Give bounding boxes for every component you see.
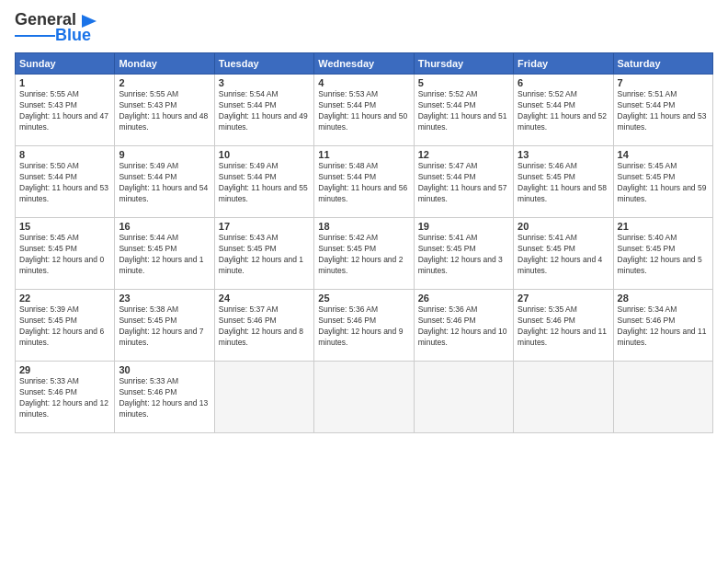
logo: General Blue xyxy=(15,11,97,45)
week-row-4: 22Sunrise: 5:39 AMSunset: 5:45 PMDayligh… xyxy=(16,290,713,362)
col-header-sunday: Sunday xyxy=(16,53,115,75)
calendar-cell: 1Sunrise: 5:55 AMSunset: 5:43 PMDaylight… xyxy=(16,75,115,146)
calendar-cell: 28Sunrise: 5:34 AMSunset: 5:46 PMDayligh… xyxy=(613,290,712,362)
col-header-wednesday: Wednesday xyxy=(314,53,414,75)
calendar-cell: 30Sunrise: 5:33 AMSunset: 5:46 PMDayligh… xyxy=(115,362,214,433)
calendar-cell: 29Sunrise: 5:33 AMSunset: 5:46 PMDayligh… xyxy=(16,362,115,433)
calendar-cell: 16Sunrise: 5:44 AMSunset: 5:45 PMDayligh… xyxy=(115,218,214,290)
col-header-saturday: Saturday xyxy=(613,53,712,75)
page: General Blue SundayMondayTuesdayWednesda… xyxy=(0,0,728,563)
calendar-cell: 4Sunrise: 5:53 AMSunset: 5:44 PMDaylight… xyxy=(314,75,414,146)
calendar-cell: 12Sunrise: 5:47 AMSunset: 5:44 PMDayligh… xyxy=(414,146,513,218)
calendar-cell: 13Sunrise: 5:46 AMSunset: 5:45 PMDayligh… xyxy=(514,146,613,218)
calendar-table: SundayMondayTuesdayWednesdayThursdayFrid… xyxy=(15,52,713,433)
calendar-cell: 24Sunrise: 5:37 AMSunset: 5:46 PMDayligh… xyxy=(214,290,313,362)
col-header-friday: Friday xyxy=(514,53,613,75)
calendar-cell: 22Sunrise: 5:39 AMSunset: 5:45 PMDayligh… xyxy=(16,290,115,362)
calendar-cell: 18Sunrise: 5:42 AMSunset: 5:45 PMDayligh… xyxy=(314,218,414,290)
calendar-cell: 21Sunrise: 5:40 AMSunset: 5:45 PMDayligh… xyxy=(613,218,712,290)
calendar-cell: 20Sunrise: 5:41 AMSunset: 5:45 PMDayligh… xyxy=(514,218,613,290)
calendar-cell: 15Sunrise: 5:45 AMSunset: 5:45 PMDayligh… xyxy=(16,218,115,290)
week-row-2: 8Sunrise: 5:50 AMSunset: 5:44 PMDaylight… xyxy=(16,146,713,218)
calendar-cell: 19Sunrise: 5:41 AMSunset: 5:45 PMDayligh… xyxy=(414,218,513,290)
col-header-monday: Monday xyxy=(115,53,214,75)
calendar-cell: 26Sunrise: 5:36 AMSunset: 5:46 PMDayligh… xyxy=(414,290,513,362)
col-header-tuesday: Tuesday xyxy=(214,53,313,75)
calendar-cell: 2Sunrise: 5:55 AMSunset: 5:43 PMDaylight… xyxy=(115,75,214,146)
calendar-cell: 9Sunrise: 5:49 AMSunset: 5:44 PMDaylight… xyxy=(115,146,214,218)
header-row: SundayMondayTuesdayWednesdayThursdayFrid… xyxy=(16,53,713,75)
calendar-cell: 23Sunrise: 5:38 AMSunset: 5:45 PMDayligh… xyxy=(115,290,214,362)
calendar-cell: 11Sunrise: 5:48 AMSunset: 5:44 PMDayligh… xyxy=(314,146,414,218)
calendar-cell xyxy=(414,362,513,433)
calendar-cell: 25Sunrise: 5:36 AMSunset: 5:46 PMDayligh… xyxy=(314,290,414,362)
week-row-3: 15Sunrise: 5:45 AMSunset: 5:45 PMDayligh… xyxy=(16,218,713,290)
calendar-cell: 14Sunrise: 5:45 AMSunset: 5:45 PMDayligh… xyxy=(613,146,712,218)
calendar-cell: 5Sunrise: 5:52 AMSunset: 5:44 PMDaylight… xyxy=(414,75,513,146)
logo-blue: Blue xyxy=(55,26,91,45)
week-row-1: 1Sunrise: 5:55 AMSunset: 5:43 PMDaylight… xyxy=(16,75,713,146)
calendar-cell: 6Sunrise: 5:52 AMSunset: 5:44 PMDaylight… xyxy=(514,75,613,146)
calendar-cell xyxy=(214,362,313,433)
calendar-cell xyxy=(314,362,414,433)
calendar-cell xyxy=(613,362,712,433)
col-header-thursday: Thursday xyxy=(414,53,513,75)
calendar-cell: 7Sunrise: 5:51 AMSunset: 5:44 PMDaylight… xyxy=(613,75,712,146)
calendar-cell: 17Sunrise: 5:43 AMSunset: 5:45 PMDayligh… xyxy=(214,218,313,290)
week-row-5: 29Sunrise: 5:33 AMSunset: 5:46 PMDayligh… xyxy=(16,362,713,433)
calendar-cell: 10Sunrise: 5:49 AMSunset: 5:44 PMDayligh… xyxy=(214,146,313,218)
calendar-cell xyxy=(514,362,613,433)
calendar-cell: 27Sunrise: 5:35 AMSunset: 5:46 PMDayligh… xyxy=(514,290,613,362)
calendar-cell: 8Sunrise: 5:50 AMSunset: 5:44 PMDaylight… xyxy=(16,146,115,218)
header: General Blue xyxy=(15,11,713,45)
calendar-cell: 3Sunrise: 5:54 AMSunset: 5:44 PMDaylight… xyxy=(214,75,313,146)
